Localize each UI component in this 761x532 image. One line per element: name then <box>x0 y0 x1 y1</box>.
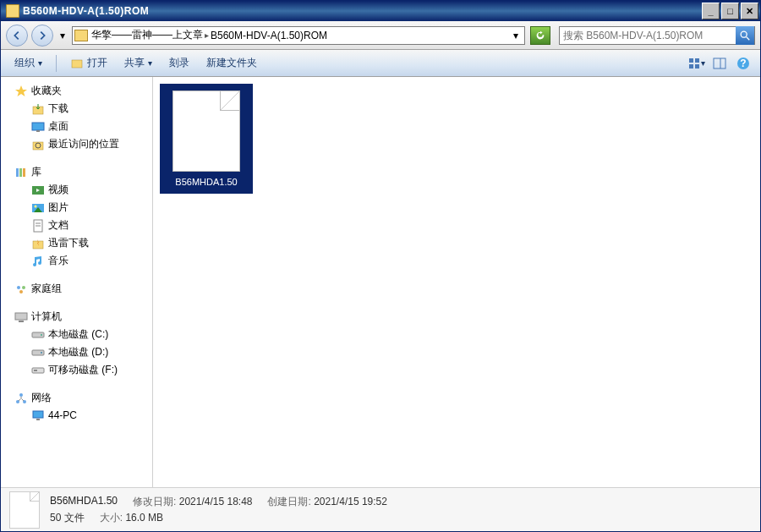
sidebar-item-network[interactable]: 网络 <box>1 389 152 407</box>
svg-rect-19 <box>23 168 25 177</box>
svg-rect-7 <box>714 58 725 69</box>
details-modified-label: 修改日期: <box>133 496 176 507</box>
view-options-button[interactable]: ▾ <box>686 53 706 74</box>
picture-icon <box>31 201 45 215</box>
sidebar-item-music[interactable]: 音乐 <box>1 252 152 270</box>
svg-rect-2 <box>72 60 82 68</box>
sidebar-label: 文档 <box>48 218 68 233</box>
sidebar-label: 最近访问的位置 <box>48 137 119 151</box>
sidebar-item-pictures[interactable]: 图片 <box>1 199 152 217</box>
details-created: 2021/4/15 19:52 <box>314 496 387 507</box>
svg-point-0 <box>741 31 747 37</box>
star-icon <box>14 85 28 98</box>
organize-button[interactable]: 组织▾ <box>8 52 49 74</box>
svg-marker-11 <box>15 85 27 96</box>
forward-button[interactable] <box>31 25 53 47</box>
document-icon <box>31 219 45 233</box>
sidebar-item-thunder[interactable]: 迅雷下载 <box>1 234 152 252</box>
sidebar-label: 桌面 <box>48 119 68 134</box>
sidebar-label: 音乐 <box>48 254 68 268</box>
sidebar-item-network-pc[interactable]: 44-PC <box>1 407 152 424</box>
address-dropdown[interactable]: ▾ <box>509 30 523 41</box>
drive-icon <box>31 346 45 359</box>
details-thumbnail <box>9 491 40 529</box>
sidebar-label: 迅雷下载 <box>48 236 89 250</box>
file-list[interactable]: B56MHDA1.50 <box>153 77 760 487</box>
sidebar-item-homegroup[interactable]: 家庭组 <box>1 280 152 298</box>
pc-icon <box>31 409 45 422</box>
file-item[interactable]: B56MHDA1.50 <box>160 84 253 194</box>
svg-text:?: ? <box>740 58 746 69</box>
titlebar: B560M-HDV-A(1.50)ROM _ □ ✕ <box>1 1 760 21</box>
refresh-button[interactable] <box>530 26 550 45</box>
recent-icon <box>31 138 45 151</box>
burn-button[interactable]: 刻录 <box>162 52 196 74</box>
sidebar-item-libraries[interactable]: 库 <box>1 163 152 181</box>
back-button[interactable] <box>6 25 28 47</box>
sidebar-label: 计算机 <box>31 310 62 324</box>
open-button[interactable]: 打开 <box>63 52 114 74</box>
sidebar-item-downloads[interactable]: 下载 <box>1 100 152 118</box>
svg-rect-17 <box>16 168 19 177</box>
details-filetype: 50 文件 <box>50 511 85 525</box>
svg-rect-45 <box>36 419 40 420</box>
network-icon <box>14 392 28 405</box>
homegroup-icon <box>14 282 28 296</box>
thunder-icon <box>31 237 45 250</box>
preview-pane-button[interactable] <box>709 53 730 74</box>
svg-rect-44 <box>33 411 43 418</box>
breadcrumb-segment[interactable]: B560M-HDV-A(1.50)ROM <box>211 30 327 41</box>
arrow-right-icon <box>36 30 48 41</box>
details-created-label: 创建日期: <box>267 496 310 507</box>
sidebar-label: 本地磁盘 (C:) <box>48 327 108 342</box>
breadcrumb: 华擎——雷神——上文章▸ B560M-HDV-A(1.50)ROM <box>91 28 509 42</box>
svg-rect-14 <box>36 130 40 132</box>
sidebar-item-drive-d[interactable]: 本地磁盘 (D:) <box>1 343 152 361</box>
file-thumbnail <box>172 90 240 172</box>
sidebar-label: 本地磁盘 (D:) <box>48 345 108 359</box>
breadcrumb-segment[interactable]: 华擎——雷神——上文章▸ <box>91 28 209 42</box>
svg-rect-5 <box>689 64 693 69</box>
explorer-window: B560M-HDV-A(1.50)ROM _ □ ✕ ▾ 华擎——雷神——上文章… <box>0 0 761 532</box>
file-name: B56MHDA1.50 <box>175 177 237 187</box>
network-group: 网络 44-PC <box>1 389 152 424</box>
sidebar-item-favorites[interactable]: 收藏夹 <box>1 82 152 100</box>
svg-rect-13 <box>32 123 44 130</box>
sidebar-item-desktop[interactable]: 桌面 <box>1 118 152 135</box>
arrow-left-icon <box>11 30 23 41</box>
folder-icon <box>74 30 88 41</box>
removable-drive-icon <box>31 364 45 377</box>
open-icon <box>70 57 84 70</box>
details-info: B56MHDA1.50 修改日期: 2021/4/15 18:48 创建日期: … <box>50 495 387 525</box>
sidebar-item-drive-f[interactable]: 可移动磁盘 (F:) <box>1 361 152 379</box>
maximize-button[interactable]: □ <box>721 3 739 19</box>
details-size: 16.0 MB <box>125 512 163 524</box>
details-filename: B56MHDA1.50 <box>50 495 118 509</box>
address-bar[interactable]: 华擎——雷神——上文章▸ B560M-HDV-A(1.50)ROM ▾ <box>72 26 525 45</box>
music-icon <box>31 255 45 268</box>
computer-group: 计算机 本地磁盘 (C:) 本地磁盘 (D:) 可移动磁盘 (F:) <box>1 308 152 379</box>
sidebar-label: 网络 <box>31 391 52 405</box>
sidebar-label: 可移动磁盘 (F:) <box>48 363 118 377</box>
share-button[interactable]: 共享▾ <box>118 52 159 74</box>
computer-icon <box>14 310 28 324</box>
svg-point-23 <box>35 205 37 207</box>
search-button[interactable] <box>736 26 754 45</box>
help-button[interactable]: ? <box>733 53 753 74</box>
close-button[interactable]: ✕ <box>741 3 758 19</box>
nav-history-dropdown[interactable]: ▾ <box>57 26 68 45</box>
minimize-button[interactable]: _ <box>702 3 720 19</box>
sidebar-item-videos[interactable]: 视频 <box>1 181 152 199</box>
svg-point-38 <box>41 352 42 354</box>
sidebar-item-recent[interactable]: 最近访问的位置 <box>1 135 152 153</box>
search-input[interactable] <box>560 30 736 41</box>
new-folder-button[interactable]: 新建文件夹 <box>200 52 264 74</box>
svg-rect-40 <box>34 370 37 371</box>
nav-bar: ▾ 华擎——雷神——上文章▸ B560M-HDV-A(1.50)ROM ▾ <box>1 21 760 50</box>
view-icon <box>687 57 701 70</box>
sidebar-item-computer[interactable]: 计算机 <box>1 308 152 326</box>
sidebar-item-drive-c[interactable]: 本地磁盘 (C:) <box>1 326 152 343</box>
sidebar-item-documents[interactable]: 文档 <box>1 217 152 234</box>
preview-icon <box>713 57 726 70</box>
drive-icon <box>31 328 45 342</box>
